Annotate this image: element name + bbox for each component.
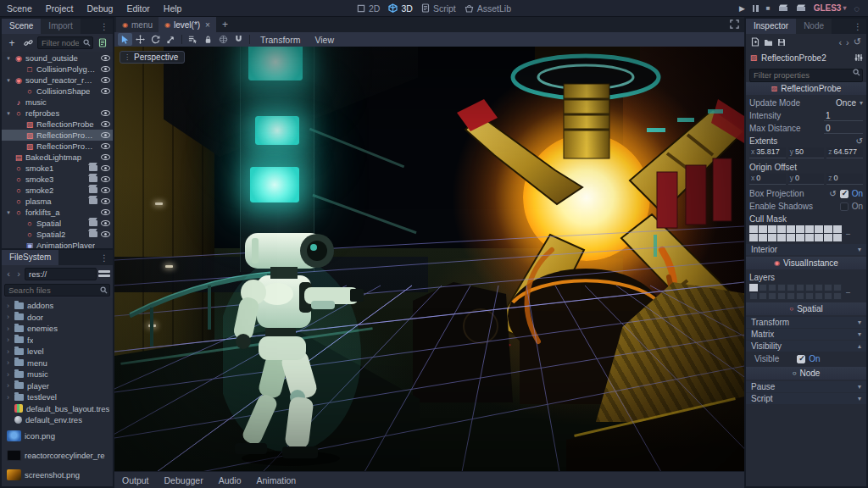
bottom-tab-output[interactable]: Output bbox=[114, 475, 157, 485]
dock-menu-icon[interactable]: ⋮ bbox=[849, 22, 866, 31]
visibility-eye-icon[interactable] bbox=[101, 154, 110, 160]
movie-camera-icon[interactable] bbox=[89, 198, 97, 204]
layer-cell[interactable] bbox=[824, 234, 832, 241]
lock-tool[interactable] bbox=[201, 33, 215, 46]
prop-update-mode[interactable]: Update ModeOnce▾ bbox=[749, 97, 863, 109]
move-tool[interactable] bbox=[133, 33, 147, 46]
layer-cell[interactable] bbox=[805, 284, 814, 291]
section-interior[interactable]: Interior▾ bbox=[746, 244, 866, 255]
attach-script-button[interactable] bbox=[96, 36, 109, 50]
menu-help[interactable]: Help bbox=[157, 0, 189, 17]
fs-entry-reactorcorecylinder_re[interactable]: reactorcorecylinder_re bbox=[2, 446, 113, 465]
layer-cell[interactable] bbox=[768, 225, 776, 233]
pause-button[interactable] bbox=[753, 5, 759, 12]
tab-inspector[interactable]: Inspector bbox=[746, 19, 796, 34]
current-path[interactable]: res:// bbox=[25, 268, 97, 280]
layer-cell[interactable] bbox=[796, 234, 804, 241]
tab-scene[interactable]: Scene bbox=[2, 19, 41, 34]
bottom-tab-audio[interactable]: Audio bbox=[211, 475, 249, 485]
layer-cell[interactable] bbox=[777, 234, 786, 241]
layer-cell[interactable] bbox=[768, 292, 776, 300]
box-projection-checkbox[interactable] bbox=[840, 190, 849, 198]
revert-icon[interactable]: ↺ bbox=[856, 136, 863, 146]
visibility-eye-icon[interactable] bbox=[101, 220, 110, 226]
scene-node-plasma[interactable]: plasma bbox=[2, 196, 113, 207]
history-list-button[interactable]: ↺ bbox=[854, 36, 861, 47]
collapse-arrow-icon[interactable]: ▾ bbox=[5, 110, 12, 117]
scale-tool[interactable] bbox=[164, 33, 178, 46]
fs-entry-music[interactable]: ›music bbox=[2, 369, 113, 380]
layer-cell[interactable] bbox=[759, 234, 767, 241]
menu-project[interactable]: Project bbox=[39, 0, 81, 17]
distraction-free-icon[interactable] bbox=[725, 17, 744, 32]
layer-cell[interactable] bbox=[749, 234, 758, 241]
scene-tab-level[interactable]: ◉level(*)× bbox=[159, 17, 216, 32]
section-script[interactable]: Script▾ bbox=[746, 393, 866, 404]
filter-properties-input[interactable] bbox=[749, 69, 863, 82]
close-icon[interactable]: × bbox=[205, 20, 210, 30]
list-select-tool[interactable] bbox=[186, 33, 200, 46]
layer-cell[interactable] bbox=[824, 284, 832, 291]
layer-cell[interactable] bbox=[833, 234, 842, 241]
layer-cell[interactable] bbox=[749, 284, 758, 291]
fs-entry-player[interactable]: ›player bbox=[2, 380, 113, 392]
layer-cell[interactable] bbox=[796, 292, 804, 300]
fs-entry-menu[interactable]: ›menu bbox=[2, 358, 113, 369]
prop-intensity[interactable]: Intensity1 bbox=[749, 109, 863, 122]
layer-cell[interactable] bbox=[749, 292, 758, 300]
new-resource-button[interactable] bbox=[751, 35, 760, 50]
visibility-eye-icon[interactable] bbox=[101, 77, 110, 83]
rotate-tool[interactable] bbox=[148, 33, 163, 46]
layer-cell[interactable] bbox=[768, 284, 776, 291]
scene-node-ReflectionProbe3[interactable]: ReflectionProbe3 bbox=[2, 141, 113, 152]
grid-more-button[interactable]: ‒ bbox=[846, 288, 850, 297]
scene-node-AnimationPlayer[interactable]: AnimationPlayer bbox=[2, 240, 113, 248]
enable-shadows-checkbox[interactable] bbox=[840, 202, 849, 211]
collapse-arrow-icon[interactable]: ▾ bbox=[5, 77, 12, 84]
layer-cell[interactable] bbox=[777, 225, 786, 233]
workspace-2d-button[interactable]: 2D bbox=[357, 3, 380, 14]
play-button[interactable]: ▶ bbox=[739, 0, 745, 17]
layer-cell[interactable] bbox=[824, 225, 832, 233]
visibility-eye-icon[interactable] bbox=[101, 88, 110, 94]
scene-node-ReflectionProbe2[interactable]: ReflectionProbe2 bbox=[2, 130, 113, 141]
play-scene-button[interactable] bbox=[778, 1, 788, 16]
layer-cell[interactable] bbox=[833, 292, 842, 300]
visibility-eye-icon[interactable] bbox=[101, 132, 110, 138]
layer-cell[interactable] bbox=[749, 225, 758, 233]
folder-chevron-icon[interactable]: › bbox=[7, 313, 11, 321]
dock-menu-icon[interactable]: ⋮ bbox=[96, 22, 113, 31]
menu-editor[interactable]: Editor bbox=[120, 0, 156, 17]
scene-node-CollisionPolygon[interactable]: CollisionPolygon bbox=[2, 64, 113, 75]
movie-camera-icon[interactable] bbox=[89, 220, 97, 226]
movie-camera-icon[interactable] bbox=[89, 165, 97, 171]
visibility-eye-icon[interactable] bbox=[101, 198, 110, 204]
origin-x-field[interactable]: x0 bbox=[749, 174, 786, 185]
history-back-button[interactable]: ‹ bbox=[838, 37, 842, 47]
extents-z-field[interactable]: z64.577 bbox=[826, 147, 863, 158]
fs-entry-addons[interactable]: ›addons bbox=[2, 300, 113, 312]
scene-node-smoke2[interactable]: smoke2 bbox=[2, 185, 113, 196]
fs-entry-default_bus_layout.tres[interactable]: default_bus_layout.tres bbox=[2, 403, 113, 415]
scene-node-sound_outside[interactable]: ▾sound_outside bbox=[2, 53, 113, 64]
transform-menu[interactable]: Transform bbox=[253, 35, 307, 45]
workspace-assetlib-button[interactable]: AssetLib bbox=[465, 3, 511, 14]
history-forward-button[interactable]: › bbox=[846, 37, 849, 47]
scene-node-Spatial2[interactable]: Spatial2 bbox=[2, 229, 113, 240]
visibility-eye-icon[interactable] bbox=[101, 165, 110, 171]
select-tool[interactable] bbox=[118, 33, 132, 46]
folder-chevron-icon[interactable]: › bbox=[7, 302, 11, 310]
origin-y-field[interactable]: y0 bbox=[788, 174, 825, 185]
save-resource-button[interactable] bbox=[777, 35, 786, 50]
fs-entry-door[interactable]: ›door bbox=[2, 312, 113, 324]
search-files-input[interactable] bbox=[4, 284, 110, 297]
layer-cell[interactable] bbox=[787, 225, 795, 233]
layer-cell[interactable] bbox=[805, 292, 814, 300]
scene-node-CollisionShape[interactable]: CollisionShape bbox=[2, 86, 113, 97]
layer-cell[interactable] bbox=[833, 225, 842, 233]
layer-cell[interactable] bbox=[815, 292, 823, 300]
section-visibility[interactable]: Visibility▴ bbox=[746, 341, 866, 352]
collapse-arrow-icon[interactable]: ▾ bbox=[5, 209, 12, 216]
scene-node-Spatial[interactable]: Spatial bbox=[2, 218, 113, 229]
visibility-eye-icon[interactable] bbox=[101, 231, 110, 237]
